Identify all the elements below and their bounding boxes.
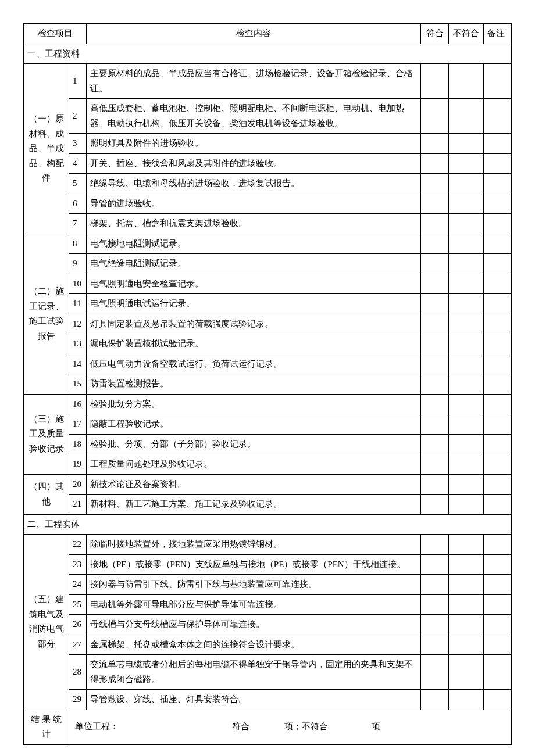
row-num: 13: [69, 334, 87, 354]
remark-cell[interactable]: [484, 575, 512, 595]
conform-cell[interactable]: [421, 394, 449, 414]
conform-cell[interactable]: [421, 655, 449, 690]
remark-cell[interactable]: [484, 153, 512, 174]
table-row: 24 接闪器与防雷引下线、防雷引下线与基地装置应可靠连接。: [24, 575, 512, 595]
nonconform-cell[interactable]: [449, 495, 484, 515]
row-content: 除临时接地装置外，接地装置应采用热镀锌钢材。: [87, 535, 421, 555]
nonconform-cell[interactable]: [449, 354, 484, 374]
nonconform-cell[interactable]: [449, 474, 484, 495]
nonconform-cell[interactable]: [449, 454, 484, 475]
conform-cell[interactable]: [421, 635, 449, 655]
nonconform-cell[interactable]: [449, 374, 484, 395]
summary-text[interactable]: 单位工程： 符合 项；不符合 项: [69, 710, 512, 744]
conform-cell[interactable]: [421, 194, 449, 214]
nonconform-cell[interactable]: [449, 334, 484, 354]
nonconform-cell[interactable]: [449, 594, 484, 615]
row-num: 1: [69, 64, 87, 99]
nonconform-cell[interactable]: [449, 615, 484, 635]
row-content: 照明灯具及附件的进场验收。: [87, 134, 421, 154]
nonconform-cell[interactable]: [449, 535, 484, 555]
nonconform-cell[interactable]: [449, 174, 484, 194]
remark-cell[interactable]: [484, 334, 512, 354]
conform-cell[interactable]: [421, 535, 449, 555]
conform-cell[interactable]: [421, 294, 449, 314]
conform-cell[interactable]: [421, 414, 449, 435]
remark-cell[interactable]: [484, 354, 512, 374]
row-content: 交流单芯电缆或者分相后的每相电缆不得单独穿于钢导管内，固定用的夹具和支架不得形成…: [87, 655, 421, 690]
row-content: 电气绝缘电阻测试记录。: [87, 254, 421, 274]
nonconform-cell[interactable]: [449, 655, 484, 690]
nonconform-cell[interactable]: [449, 294, 484, 314]
conform-cell[interactable]: [421, 354, 449, 374]
remark-cell[interactable]: [484, 254, 512, 274]
conform-cell[interactable]: [421, 134, 449, 154]
remark-cell[interactable]: [484, 174, 512, 194]
conform-cell[interactable]: [421, 434, 449, 454]
nonconform-cell[interactable]: [449, 575, 484, 595]
conform-cell[interactable]: [421, 64, 449, 99]
row-content: 高低压成套柜、蓄电池柜、控制柜、照明配电柜、不间断电源柜、电动机、电加热器、电动…: [87, 99, 421, 134]
section-row: 二、工程实体: [24, 514, 512, 535]
nonconform-cell[interactable]: [449, 274, 484, 294]
remark-cell[interactable]: [484, 474, 512, 495]
nonconform-cell[interactable]: [449, 554, 484, 575]
conform-cell[interactable]: [421, 274, 449, 294]
nonconform-cell[interactable]: [449, 194, 484, 214]
nonconform-cell[interactable]: [449, 64, 484, 99]
remark-cell[interactable]: [484, 615, 512, 635]
nonconform-cell[interactable]: [449, 153, 484, 174]
nonconform-cell[interactable]: [449, 635, 484, 655]
nonconform-cell[interactable]: [449, 394, 484, 414]
remark-cell[interactable]: [484, 454, 512, 475]
remark-cell[interactable]: [484, 495, 512, 515]
remark-cell[interactable]: [484, 374, 512, 395]
conform-cell[interactable]: [421, 214, 449, 234]
conform-cell[interactable]: [421, 99, 449, 134]
remark-cell[interactable]: [484, 134, 512, 154]
nonconform-cell[interactable]: [449, 99, 484, 134]
conform-cell[interactable]: [421, 594, 449, 615]
nonconform-cell[interactable]: [449, 434, 484, 454]
remark-cell[interactable]: [484, 64, 512, 99]
remark-cell[interactable]: [484, 194, 512, 214]
nonconform-cell[interactable]: [449, 214, 484, 234]
table-row: 19 工程质量问题处理及验收记录。: [24, 454, 512, 475]
conform-cell[interactable]: [421, 314, 449, 334]
remark-cell[interactable]: [484, 214, 512, 234]
conform-cell[interactable]: [421, 615, 449, 635]
conform-cell[interactable]: [421, 554, 449, 575]
row-content: 电动机等外露可导电部分应与保护导体可靠连接。: [87, 594, 421, 615]
row-num: 16: [69, 394, 87, 414]
nonconform-cell[interactable]: [449, 314, 484, 334]
remark-cell[interactable]: [484, 635, 512, 655]
remark-cell[interactable]: [484, 655, 512, 690]
conform-cell[interactable]: [421, 254, 449, 274]
conform-cell[interactable]: [421, 174, 449, 194]
conform-cell[interactable]: [421, 495, 449, 515]
nonconform-cell[interactable]: [449, 254, 484, 274]
remark-cell[interactable]: [484, 294, 512, 314]
conform-cell[interactable]: [421, 474, 449, 495]
remark-cell[interactable]: [484, 99, 512, 134]
remark-cell[interactable]: [484, 554, 512, 575]
remark-cell[interactable]: [484, 314, 512, 334]
conform-cell[interactable]: [421, 690, 449, 710]
conform-cell[interactable]: [421, 153, 449, 174]
remark-cell[interactable]: [484, 594, 512, 615]
conform-cell[interactable]: [421, 234, 449, 254]
remark-cell[interactable]: [484, 274, 512, 294]
nonconform-cell[interactable]: [449, 690, 484, 710]
remark-cell[interactable]: [484, 414, 512, 435]
conform-cell[interactable]: [421, 575, 449, 595]
conform-cell[interactable]: [421, 374, 449, 395]
remark-cell[interactable]: [484, 690, 512, 710]
remark-cell[interactable]: [484, 535, 512, 555]
remark-cell[interactable]: [484, 434, 512, 454]
nonconform-cell[interactable]: [449, 414, 484, 435]
remark-cell[interactable]: [484, 394, 512, 414]
conform-cell[interactable]: [421, 334, 449, 354]
nonconform-cell[interactable]: [449, 134, 484, 154]
remark-cell[interactable]: [484, 234, 512, 254]
nonconform-cell[interactable]: [449, 234, 484, 254]
conform-cell[interactable]: [421, 454, 449, 475]
